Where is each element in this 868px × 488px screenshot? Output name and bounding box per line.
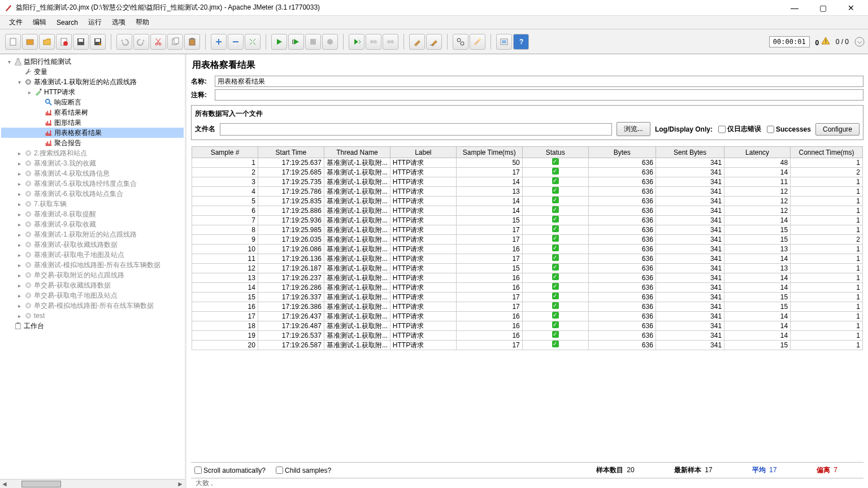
tree-toggle[interactable]: ▸ xyxy=(16,303,23,309)
scroll-auto-checkbox[interactable]: Scroll automatically? xyxy=(194,467,266,474)
tree-node[interactable]: 图形结果 xyxy=(1,117,184,128)
menu-help[interactable]: 帮助 xyxy=(131,16,154,28)
tree-node[interactable]: ▸7.获取车辆 xyxy=(1,199,184,209)
tree-h-scrollbar[interactable]: ◄► xyxy=(0,479,185,488)
table-row[interactable]: 2017:19:26.587基准测试-1.获取附...HTTP请求1763634… xyxy=(192,341,863,350)
table-row[interactable]: 1817:19:26.487基准测试-1.获取附...HTTP请求1663634… xyxy=(192,321,863,331)
tree-node[interactable]: ▸基准测试-6.获取线路站点集合 xyxy=(1,189,184,199)
tree-toggle[interactable]: ▸ xyxy=(16,191,23,197)
start-button[interactable] xyxy=(271,34,287,50)
clear-button[interactable] xyxy=(409,34,425,50)
tree-node[interactable]: 聚合报告 xyxy=(1,138,184,148)
remote-start-all-button[interactable] xyxy=(366,34,381,50)
tree-toggle[interactable]: ▸ xyxy=(16,293,23,299)
tree-node[interactable]: ▸2.搜索线路和站点 xyxy=(1,148,184,158)
table-row[interactable]: 1117:19:26.136基准测试-1.获取附...HTTP请求1763634… xyxy=(192,254,863,264)
tree-node[interactable]: ▾基准测试-1.获取附近的站点跟线路 xyxy=(1,77,184,87)
tree-node[interactable]: ▸基准测试-5.获取线路经纬度点集合 xyxy=(1,178,184,189)
filename-input[interactable] xyxy=(220,123,612,136)
col-header[interactable]: Sent Bytes xyxy=(656,147,724,158)
tree-toggle[interactable]: ▸ xyxy=(16,262,23,268)
tree-toggle[interactable]: ▸ xyxy=(16,160,23,167)
start-no-pause-button[interactable] xyxy=(288,34,304,50)
close-test-button[interactable] xyxy=(56,34,72,50)
tree-node[interactable]: ▸test xyxy=(1,311,184,321)
toggle-button[interactable] xyxy=(245,34,261,50)
tree-toggle[interactable]: ▸ xyxy=(16,242,23,248)
tree-node[interactable]: ▸基准测试-获取收藏线路数据 xyxy=(1,239,184,250)
table-row[interactable]: 917:19:26.035基准测试-1.获取附...HTTP请求17636341… xyxy=(192,235,863,245)
table-row[interactable]: 617:19:25.886基准测试-1.获取附...HTTP请求14636341… xyxy=(192,206,863,216)
tree-node[interactable]: 用表格察看结果 xyxy=(1,128,184,138)
tree-node[interactable]: ▸基准测试-3.我的收藏 xyxy=(1,158,184,168)
new-button[interactable] xyxy=(5,34,21,50)
tree-toggle[interactable]: ▾ xyxy=(6,59,12,65)
tree-toggle[interactable]: ▸ xyxy=(16,252,23,258)
reset-search-button[interactable] xyxy=(470,34,485,50)
function-helper-button[interactable] xyxy=(496,34,512,50)
tree-toggle[interactable]: ▸ xyxy=(16,201,23,207)
table-row[interactable]: 317:19:25.735基准测试-1.获取附...HTTP请求14636341… xyxy=(192,177,863,187)
tree-toggle[interactable]: ▸ xyxy=(16,171,23,177)
comment-input[interactable] xyxy=(215,89,863,101)
undo-button[interactable] xyxy=(116,34,132,50)
errors-only-checkbox[interactable]: 仅日志错误 xyxy=(718,123,761,136)
tree-toggle[interactable]: ▸ xyxy=(16,211,23,217)
remote-start-button[interactable] xyxy=(349,34,364,50)
save-as-button[interactable] xyxy=(90,34,106,50)
templates-button[interactable] xyxy=(22,34,38,50)
col-header[interactable]: Status xyxy=(522,147,588,158)
clear-all-button[interactable] xyxy=(426,34,442,50)
tree-toggle[interactable]: ▸ xyxy=(16,221,23,228)
tree-toggle[interactable]: ▸ xyxy=(16,313,23,319)
tree-node[interactable]: ▸单交易-获取附近的站点跟线路 xyxy=(1,270,184,280)
tree-toggle[interactable]: ▸ xyxy=(16,282,23,289)
tree-toggle[interactable]: ▸ xyxy=(16,232,23,238)
tree-node[interactable]: ▸基准测试-8.获取提醒 xyxy=(1,209,184,219)
col-header[interactable]: Latency xyxy=(724,147,791,158)
col-header[interactable]: Start Time xyxy=(258,147,324,158)
stop-button[interactable] xyxy=(305,34,321,50)
tree-node[interactable]: ▾益阳行性能测试 xyxy=(1,56,184,67)
expand-button[interactable] xyxy=(211,34,227,50)
table-row[interactable]: 217:19:25.685基准测试-1.获取附...HTTP请求17636341… xyxy=(192,168,863,177)
copy-button[interactable] xyxy=(167,34,183,50)
table-row[interactable]: 417:19:25.786基准测试-1.获取附...HTTP请求13636341… xyxy=(192,187,863,197)
paste-button[interactable] xyxy=(184,34,200,50)
table-row[interactable]: 1017:19:26.086基准测试-1.获取附...HTTP请求1663634… xyxy=(192,245,863,254)
tree-node[interactable]: 响应断言 xyxy=(1,97,184,107)
tree-node[interactable]: ▸基准测试-9.获取收藏 xyxy=(1,219,184,229)
tree-toggle[interactable]: ▾ xyxy=(16,79,23,85)
tree-node[interactable]: ▸基准测试-4.获取线路信息 xyxy=(1,168,184,178)
minimize-button[interactable]: — xyxy=(785,2,804,14)
table-row[interactable]: 517:19:25.835基准测试-1.获取附...HTTP请求14636341… xyxy=(192,197,863,206)
tree-toggle[interactable]: ▸ xyxy=(16,181,23,187)
shutdown-button[interactable] xyxy=(322,34,338,50)
tree-node[interactable]: 变量 xyxy=(1,67,184,77)
help-button[interactable]: ? xyxy=(513,34,529,50)
configure-button[interactable]: Configure xyxy=(815,123,860,136)
col-header[interactable]: Label xyxy=(390,147,456,158)
search-tree-button[interactable] xyxy=(453,34,468,50)
menu-run[interactable]: 运行 xyxy=(84,16,106,28)
tree-node[interactable]: ▸基准测试-模拟地线路图-所有在线车辆数据 xyxy=(1,260,184,270)
save-button[interactable] xyxy=(73,34,89,50)
menu-edit[interactable]: 编辑 xyxy=(28,16,51,28)
maximize-button[interactable]: ▢ xyxy=(814,2,832,14)
col-header[interactable]: Connect Time(ms) xyxy=(791,147,863,158)
tree-node[interactable]: ▸HTTP请求 xyxy=(1,87,184,97)
tree-toggle[interactable]: ▸ xyxy=(26,89,33,95)
close-button[interactable]: ✕ xyxy=(842,2,860,14)
table-row[interactable]: 1717:19:26.437基准测试-1.获取附...HTTP请求1663634… xyxy=(192,312,863,321)
table-row[interactable]: 117:19:25.637基准测试-1.获取附...HTTP请求50636341… xyxy=(192,158,863,168)
tree-toggle[interactable]: ▸ xyxy=(16,272,23,278)
tree-node[interactable]: 工作台 xyxy=(1,321,184,331)
tree-node[interactable]: ▸单交易-获取收藏线路数据 xyxy=(1,280,184,290)
col-header[interactable]: Thread Name xyxy=(324,147,390,158)
table-row[interactable]: 1617:19:26.386基准测试-1.获取附...HTTP请求1763634… xyxy=(192,302,863,312)
collapse-panel-icon[interactable] xyxy=(854,37,865,47)
table-row[interactable]: 1517:19:26.337基准测试-1.获取附...HTTP请求1763634… xyxy=(192,293,863,302)
cut-button[interactable] xyxy=(150,34,166,50)
col-header[interactable]: Sample Time(ms) xyxy=(456,147,522,158)
open-button[interactable] xyxy=(39,34,55,50)
